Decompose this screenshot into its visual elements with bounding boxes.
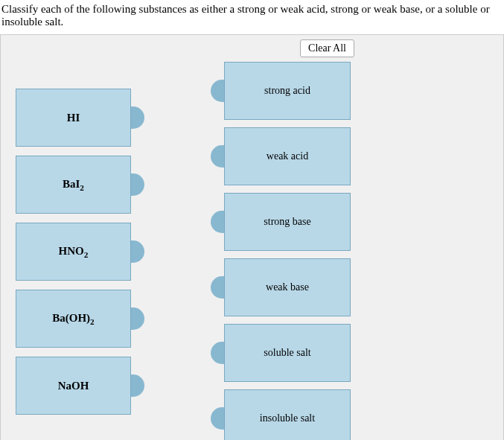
source-label: NaOH [58, 380, 89, 392]
source-label: BaI2 [63, 178, 84, 192]
source-item[interactable]: HNO2 [16, 223, 131, 281]
source-item[interactable]: NaOH [16, 357, 131, 415]
target-bin[interactable]: strong base [224, 193, 351, 251]
connector-in-icon[interactable] [211, 342, 224, 364]
connector-out-icon[interactable] [131, 240, 144, 263]
target-label: soluble salt [264, 347, 310, 359]
source-item[interactable]: HI [16, 89, 131, 147]
connector-in-icon[interactable] [211, 211, 224, 233]
target-label: weak acid [267, 150, 308, 162]
target-bin[interactable]: soluble salt [224, 324, 351, 382]
target-label: strong base [264, 216, 310, 228]
target-bin[interactable]: insoluble salt [224, 389, 351, 440]
connector-in-icon[interactable] [211, 80, 224, 102]
source-item[interactable]: Ba(OH)2 [16, 290, 131, 348]
connector-in-icon[interactable] [211, 407, 224, 430]
target-bin[interactable]: weak base [224, 258, 351, 316]
connector-out-icon[interactable] [131, 173, 144, 196]
source-item[interactable]: BaI2 [16, 156, 131, 214]
target-label: insoluble salt [260, 412, 315, 424]
target-bin[interactable]: strong acid [224, 62, 351, 120]
matching-workspace: Clear All HI BaI2 HNO2 Ba(OH)2 NaOH stro… [0, 34, 504, 440]
connector-out-icon[interactable] [131, 106, 144, 129]
source-label: HNO2 [59, 245, 89, 259]
target-label: strong acid [264, 85, 310, 97]
connector-out-icon[interactable] [131, 307, 144, 330]
target-bin[interactable]: weak acid [224, 127, 351, 185]
connector-out-icon[interactable] [131, 374, 144, 397]
question-text: Classify each of the following substance… [0, 0, 504, 34]
connector-in-icon[interactable] [211, 145, 224, 168]
source-label: Ba(OH)2 [52, 312, 94, 326]
clear-all-button[interactable]: Clear All [300, 39, 354, 57]
source-label: HI [67, 112, 80, 124]
connector-in-icon[interactable] [211, 276, 224, 299]
target-label: weak base [266, 281, 309, 293]
